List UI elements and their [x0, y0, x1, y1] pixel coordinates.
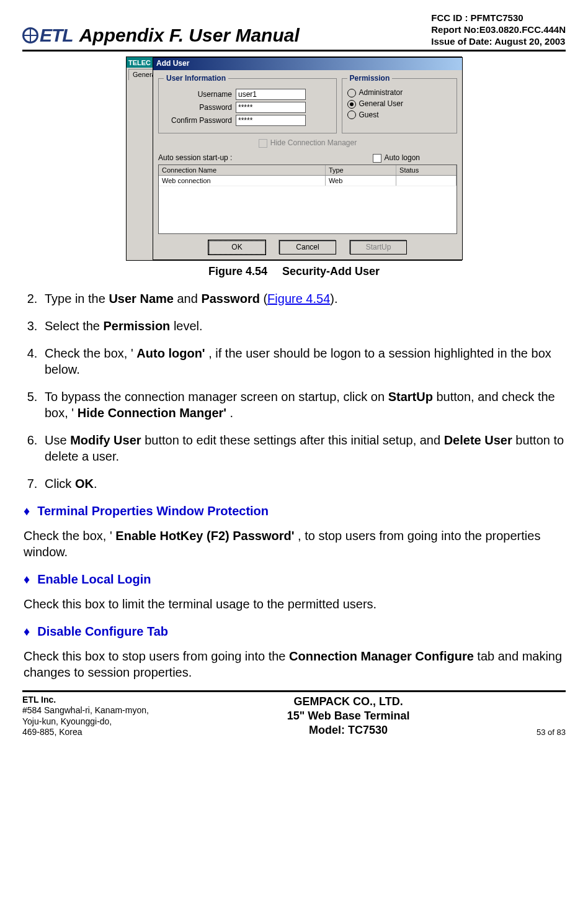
user-info-group: User Information Username Password Confi…: [158, 74, 337, 134]
cancel-button[interactable]: Cancel: [279, 240, 336, 255]
footer-page-number: 53 of 83: [475, 695, 566, 738]
label-password: Password: [164, 103, 232, 113]
instruction-list: Type in the User Name and Password (Figu…: [25, 291, 566, 492]
background-window: TELEC OK × Genera tInfo Add User User In…: [126, 56, 462, 261]
figure-caption: Figure 4.54Security-Add User: [22, 264, 566, 279]
col-connection-name: Connection Name: [159, 165, 326, 175]
label-confirm-password: Confirm Password: [164, 116, 232, 126]
section-body-1: Check the box, ' Enable HotKey (F2) Pass…: [24, 528, 566, 560]
user-info-legend: User Information: [164, 74, 228, 84]
radio-administrator[interactable]: Administrator: [347, 88, 452, 98]
figure-link[interactable]: Figure 4.54: [267, 292, 330, 305]
logo: ETL: [22, 23, 73, 47]
diamond-icon: ♦: [24, 624, 30, 638]
step-3: Select the Permission level.: [41, 318, 566, 334]
footer-center: GEMPACK CO., LTD. 15" Web Base Terminal …: [221, 695, 475, 738]
checkbox-auto-logon[interactable]: [373, 154, 381, 163]
page-header: ETL Appendix F. User Manual FCC ID : PFM…: [22, 12, 566, 52]
meta-fcc: FCC ID : PFMTC7530: [431, 12, 566, 24]
step-7: Click OK.: [41, 476, 566, 492]
add-user-dialog: Add User User Information Username Passw…: [153, 57, 463, 260]
section-heading-1: ♦Terminal Properties Window Protection: [24, 503, 566, 519]
meta-date: Issue of Date: August 20, 2003: [431, 36, 566, 48]
section-heading-3: ♦Disable Configure Tab: [24, 623, 566, 639]
radio-general-user[interactable]: General User: [347, 99, 452, 109]
password-input[interactable]: [236, 102, 306, 113]
footer-left: ETL Inc. #584 Sangwhal-ri, Kanam-myon, Y…: [22, 695, 221, 738]
col-type: Type: [326, 165, 396, 175]
permission-legend: Permission: [347, 74, 393, 84]
step-4: Check the box, ' Auto logon' , if the us…: [41, 345, 566, 377]
bg-title-fragment: TELEC: [128, 58, 151, 67]
globe-icon: [22, 27, 38, 43]
startup-button[interactable]: StartUp: [350, 240, 407, 255]
label-auto-session: Auto session start-up :: [158, 153, 373, 163]
step-2: Type in the User Name and Password (Figu…: [41, 291, 566, 307]
section-body-3: Check this box to stop users from going …: [24, 648, 566, 680]
username-input[interactable]: [236, 89, 306, 100]
confirm-password-input[interactable]: [236, 115, 306, 126]
section-heading-2: ♦Enable Local Login: [24, 571, 566, 587]
page-title: Appendix F. User Manual: [79, 23, 432, 47]
diamond-icon: ♦: [24, 504, 30, 518]
label-username: Username: [164, 90, 232, 100]
table-header: Connection Name Type Status: [159, 165, 457, 176]
header-meta: FCC ID : PFMTC7530 Report No:E03.0820.FC…: [431, 12, 566, 47]
label-hide-conn-mgr: Hide Connection Manager: [270, 138, 357, 148]
radio-guest[interactable]: Guest: [347, 110, 452, 120]
logo-text: ETL: [40, 23, 73, 47]
meta-report: Report No:E03.0820.FCC.444N: [431, 24, 566, 36]
ok-button[interactable]: OK: [208, 240, 265, 255]
label-auto-logon: Auto logon: [385, 153, 420, 163]
dialog-title: Add User: [153, 58, 462, 70]
permission-group: Permission Administrator General User Gu…: [342, 74, 457, 134]
step-5: To bypass the connection manager screen …: [41, 389, 566, 421]
table-row[interactable]: Web connection Web: [159, 176, 457, 186]
checkbox-hide-conn-mgr: [259, 139, 267, 148]
diamond-icon: ♦: [24, 572, 30, 586]
col-status: Status: [396, 165, 457, 175]
page-footer: ETL Inc. #584 Sangwhal-ri, Kanam-myon, Y…: [22, 690, 566, 738]
connection-table[interactable]: Connection Name Type Status Web connecti…: [158, 165, 457, 234]
section-body-2: Check this box to limit the terminal usa…: [24, 596, 566, 612]
step-6: Use Modify User button to edit these set…: [41, 432, 566, 464]
screenshot-figure: TELEC OK × Genera tInfo Add User User In…: [22, 56, 566, 261]
